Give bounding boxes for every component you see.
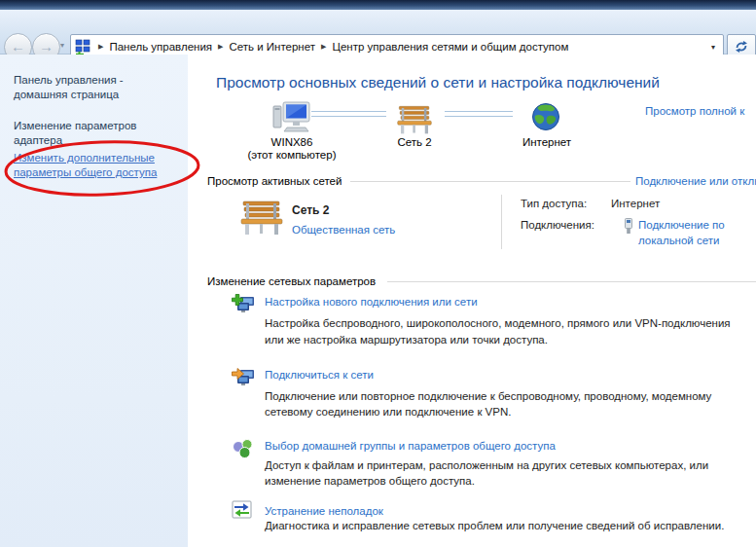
internet-globe-icon[interactable] (531, 102, 560, 131)
connect-to-network-link[interactable]: Подключиться к сети (265, 369, 374, 381)
connect-to-network-icon (232, 367, 255, 388)
connect-to-network-desc: сетевому соединению или подключение к VP… (265, 406, 511, 418)
view-full-map-link[interactable]: Просмотр полной к (645, 105, 744, 117)
content-area: Панель управления - домашняя страница Из… (0, 55, 756, 547)
main-pane: Просмотр основных сведений о сети и наст… (188, 55, 756, 547)
troubleshoot-link[interactable]: Устранение неполадок (265, 505, 383, 517)
lan-connection-link[interactable]: Подключение по (638, 219, 725, 231)
computer-icon[interactable] (272, 101, 311, 132)
breadcrumb-network-internet[interactable]: Сеть и Интернет (229, 41, 315, 53)
breadcrumb-network-sharing-center[interactable]: Центр управления сетями и общим доступом (332, 41, 568, 53)
separator (501, 195, 502, 249)
homegroup-options-link[interactable]: Выбор домашней группы и параметров общег… (265, 440, 556, 452)
active-networks-heading: Просмотр активных сетей (207, 175, 342, 187)
computer-name-label: WINX86 (243, 136, 341, 148)
address-dropdown-icon[interactable]: ▾ (707, 43, 719, 52)
network-bench-icon[interactable] (396, 103, 433, 135)
setup-new-connection-desc: Настройка беспроводного, широкополосного… (265, 317, 731, 329)
map-connector-line (311, 111, 386, 117)
refresh-icon (735, 40, 748, 54)
setup-new-connection-desc: или же настройка маршрутизатора или точк… (265, 334, 548, 346)
network-name-label: Сеть 2 (368, 136, 461, 148)
forward-arrow-icon: → (39, 38, 54, 55)
homegroup-icon (232, 438, 255, 459)
network-settings-heading: Изменение сетевых параметров (207, 275, 376, 287)
network-center-icon (75, 39, 90, 55)
breadcrumb-arrow-icon[interactable]: ▶ (212, 43, 229, 51)
lan-connection-link-line2[interactable]: локальной сети (638, 235, 719, 246)
connect-to-network-desc: Подключение или повторное подключение к … (265, 390, 711, 402)
access-type-value: Интернет (611, 198, 660, 209)
connections-label: Подключения: (521, 219, 594, 231)
network-category-link[interactable]: Общественная сеть (292, 224, 395, 236)
titlebar-edge (0, 0, 756, 10)
setup-new-connection-link[interactable]: Настройка нового подключения или сети (265, 296, 478, 308)
page-title: Просмотр основных сведений о сети и наст… (216, 74, 660, 91)
network-sharing-center-window: ← → ▾ ▶ Панель управления ▶ Сеть и Интер… (0, 0, 756, 547)
troubleshoot-icon (232, 500, 253, 522)
connect-disconnect-link[interactable]: Подключение или отключ (635, 175, 756, 187)
navigation-toolbar: ← → ▾ ▶ Панель управления ▶ Сеть и Интер… (0, 10, 756, 55)
map-connector-line (445, 111, 513, 117)
sidebar-item-control-panel-home[interactable]: Панель управления - домашняя страница (14, 73, 175, 102)
sidebar-task-pane: Панель управления - домашняя страница Из… (0, 55, 188, 547)
back-arrow-icon: ← (11, 38, 25, 55)
homegroup-options-desc: изменение параметров общего доступа. (265, 475, 475, 487)
homegroup-options-desc: Доступ к файлам и принтерам, расположенн… (265, 459, 708, 471)
computer-sub-label: (этот компьютер) (234, 149, 350, 161)
active-network-name: Сеть 2 (292, 203, 329, 217)
separator (387, 281, 756, 282)
access-type-label: Тип доступа: (521, 198, 587, 209)
breadcrumb-arrow-icon[interactable]: ▶ (315, 43, 332, 51)
separator (350, 181, 630, 182)
ethernet-icon (624, 218, 633, 235)
recent-pages-chevron-icon[interactable]: ▾ (60, 41, 64, 50)
breadcrumb-arrow-icon[interactable]: ▶ (92, 43, 109, 51)
troubleshoot-desc: Диагностика и исправление сетевых пробле… (265, 520, 724, 531)
new-connection-icon (232, 294, 255, 315)
breadcrumb-control-panel[interactable]: Панель управления (109, 41, 212, 53)
sidebar-item-change-adapter-settings[interactable]: Изменение параметров адаптера (14, 119, 175, 148)
internet-label: Интернет (503, 136, 591, 148)
active-network-bench-icon (240, 198, 283, 237)
sidebar-item-advanced-sharing-settings[interactable]: Изменить дополнительные параметры общего… (14, 151, 175, 180)
